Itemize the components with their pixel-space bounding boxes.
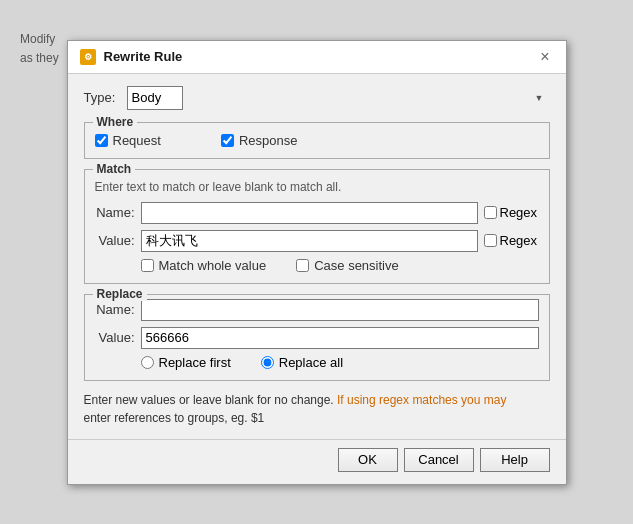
match-whole-value-checkbox[interactable] [141, 259, 154, 272]
cancel-button[interactable]: Cancel [404, 448, 474, 472]
replace-first-radio[interactable] [141, 356, 154, 369]
replace-first-item[interactable]: Replace first [141, 355, 231, 370]
replace-value-input[interactable] [141, 327, 539, 349]
response-label: Response [239, 133, 298, 148]
note-text: Enter new values or leave blank for no c… [84, 391, 550, 427]
type-row: Type: Body [84, 86, 550, 110]
response-checkbox[interactable] [221, 134, 234, 147]
dialog-title: Rewrite Rule [104, 49, 529, 64]
help-button[interactable]: Help [480, 448, 550, 472]
type-select[interactable]: Body [127, 86, 183, 110]
replace-first-label: Replace first [159, 355, 231, 370]
match-whole-value-item[interactable]: Match whole value [141, 258, 267, 273]
note-line2: enter references to groups, eg. $1 [84, 411, 265, 425]
request-checkbox-item[interactable]: Request [95, 133, 161, 148]
match-name-regex-item: Regex [484, 205, 539, 220]
note-highlight: If using regex matches you may [337, 393, 506, 407]
match-group-label: Match [93, 162, 136, 176]
replace-options-row: Replace first Replace all [141, 355, 539, 370]
match-name-input[interactable] [141, 202, 478, 224]
case-sensitive-label: Case sensitive [314, 258, 399, 273]
type-label: Type: [84, 90, 119, 105]
match-value-regex-checkbox[interactable] [484, 234, 497, 247]
dialog-footer: OK Cancel Help [68, 439, 566, 484]
replace-value-label: Value: [95, 330, 135, 345]
request-checkbox[interactable] [95, 134, 108, 147]
dialog-titlebar: ⚙ Rewrite Rule × [68, 41, 566, 74]
match-value-regex-item: Regex [484, 233, 539, 248]
replace-all-item[interactable]: Replace all [261, 355, 343, 370]
rewrite-rule-dialog: ⚙ Rewrite Rule × Type: Body Where [67, 40, 567, 485]
case-sensitive-checkbox[interactable] [296, 259, 309, 272]
match-value-regex-label: Regex [500, 233, 538, 248]
replace-value-row: Value: [95, 327, 539, 349]
replace-all-radio[interactable] [261, 356, 274, 369]
where-group-label: Where [93, 115, 138, 129]
dialog-close-button[interactable]: × [536, 49, 553, 65]
match-group: Match Enter text to match or leave blank… [84, 169, 550, 284]
dialog-body: Type: Body Where Request R [68, 74, 566, 439]
replace-all-label: Replace all [279, 355, 343, 370]
match-hint: Enter text to match or leave blank to ma… [95, 174, 539, 194]
replace-name-input[interactable] [141, 299, 539, 321]
replace-group-label: Replace [93, 287, 147, 301]
replace-name-row: Name: [95, 299, 539, 321]
note-line1: Enter new values or leave blank for no c… [84, 393, 338, 407]
where-row: Request Response [95, 127, 539, 148]
dialog-overlay: ⚙ Rewrite Rule × Type: Body Where [0, 0, 633, 524]
replace-group: Replace Name: Value: Replace first [84, 294, 550, 381]
ok-button[interactable]: OK [338, 448, 398, 472]
match-options-row: Match whole value Case sensitive [141, 258, 539, 273]
replace-name-label: Name: [95, 302, 135, 317]
request-label: Request [113, 133, 161, 148]
match-value-input[interactable] [141, 230, 478, 252]
response-checkbox-item[interactable]: Response [221, 133, 298, 148]
dialog-icon: ⚙ [80, 49, 96, 65]
match-name-regex-checkbox[interactable] [484, 206, 497, 219]
match-value-label: Value: [95, 233, 135, 248]
match-name-regex-label: Regex [500, 205, 538, 220]
match-name-row: Name: Regex [95, 202, 539, 224]
match-value-row: Value: Regex [95, 230, 539, 252]
match-whole-value-label: Match whole value [159, 258, 267, 273]
match-name-label: Name: [95, 205, 135, 220]
type-select-wrapper: Body [127, 86, 550, 110]
case-sensitive-item[interactable]: Case sensitive [296, 258, 399, 273]
where-group: Where Request Response [84, 122, 550, 159]
